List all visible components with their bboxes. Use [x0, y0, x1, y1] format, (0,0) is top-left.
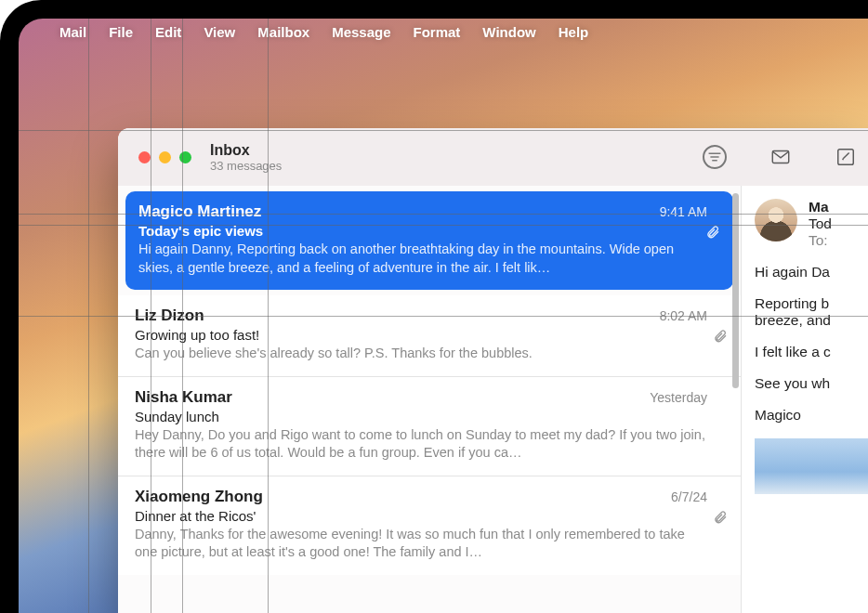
avatar — [755, 199, 797, 241]
message-preview: Can you believe she's already so tall? P… — [135, 345, 707, 363]
attachment-icon — [705, 225, 720, 243]
mailbox-title: Inbox — [210, 141, 282, 159]
reader-paragraph: Magico — [755, 407, 868, 424]
message-row[interactable]: Nisha Kumar Yesterday Sunday lunch Hey D… — [118, 377, 741, 476]
message-date: 8:02 AM — [660, 308, 707, 323]
menu-edit[interactable]: Edit — [155, 24, 181, 40]
message-preview: Hey Danny, Do you and Rigo want to come … — [135, 426, 707, 463]
envelope-icon[interactable] — [769, 146, 792, 168]
compose-icon[interactable] — [835, 146, 857, 168]
menubar: Mail File Edit View Mailbox Message Form… — [19, 19, 868, 46]
message-date: 6/7/24 — [671, 489, 707, 504]
menu-view[interactable]: View — [204, 24, 235, 40]
mail-window: Inbox 33 messages — [118, 128, 868, 613]
reader-from: Ma — [809, 199, 832, 215]
reader-paragraph: Hi again Da — [755, 264, 868, 280]
message-subject: Today's epic views — [138, 223, 707, 239]
reader-subject: Tod — [809, 215, 832, 232]
filter-icon[interactable] — [703, 145, 727, 169]
guide-line — [88, 19, 89, 613]
message-from: Xiaomeng Zhong — [135, 488, 263, 506]
message-row[interactable]: Magico Martinez 9:41 AM Today's epic vie… — [125, 191, 733, 290]
reader-paragraph: See you wh — [755, 375, 868, 392]
reader-paragraph: Reporting b breeze, and — [755, 295, 868, 329]
message-date: 9:41 AM — [660, 204, 707, 219]
menu-message[interactable]: Message — [332, 24, 390, 40]
menu-format[interactable]: Format — [414, 24, 461, 40]
minimize-window-button[interactable] — [159, 151, 171, 163]
message-date: Yesterday — [650, 390, 707, 405]
menu-app[interactable]: Mail — [59, 24, 86, 40]
attachment-icon — [713, 329, 728, 347]
message-row[interactable]: Liz Dizon 8:02 AM Growing up too fast! C… — [118, 295, 741, 377]
message-from: Nisha Kumar — [135, 388, 232, 407]
attachment-icon — [713, 510, 728, 528]
scrollbar[interactable] — [732, 193, 739, 388]
mailbox-subtitle: 33 messages — [210, 159, 282, 174]
toolbar: Inbox 33 messages — [118, 128, 868, 186]
message-preview: Danny, Thanks for the awesome evening! I… — [135, 526, 707, 562]
reader-to-label: To: — [809, 232, 832, 249]
menu-file[interactable]: File — [109, 24, 133, 40]
message-subject: Dinner at the Ricos' — [135, 508, 707, 524]
message-list: Magico Martinez 9:41 AM Today's epic vie… — [118, 186, 741, 613]
svg-line-5 — [843, 152, 848, 158]
message-preview: Hi again Danny, Reporting back on anothe… — [138, 241, 707, 277]
menu-help[interactable]: Help — [559, 24, 589, 40]
window-controls — [138, 151, 191, 163]
menu-window[interactable]: Window — [482, 24, 535, 40]
menu-mailbox[interactable]: Mailbox — [257, 24, 309, 40]
inline-image — [755, 438, 868, 494]
message-subject: Growing up too fast! — [135, 327, 707, 343]
reader-paragraph: I felt like a c — [755, 344, 868, 360]
message-subject: Sunday lunch — [135, 409, 707, 424]
message-row[interactable]: Xiaomeng Zhong 6/7/24 Dinner at the Rico… — [118, 476, 741, 575]
close-window-button[interactable] — [138, 151, 151, 163]
reading-pane: Ma Tod To: Hi again Da Reporting b breez… — [741, 186, 868, 613]
fullscreen-window-button[interactable] — [179, 151, 191, 163]
message-from: Liz Dizon — [135, 306, 204, 325]
message-from: Magico Martinez — [138, 202, 261, 221]
